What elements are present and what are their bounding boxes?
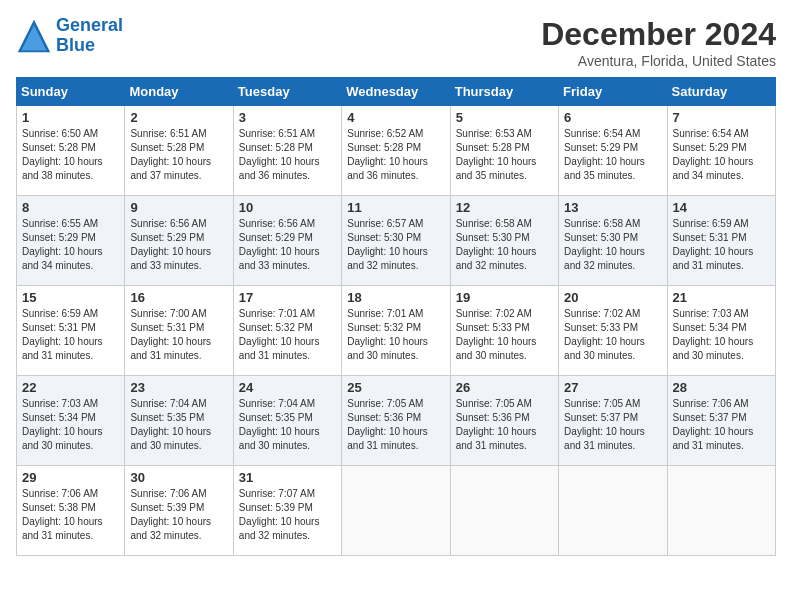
calendar-cell: 20Sunrise: 7:02 AM Sunset: 5:33 PM Dayli… bbox=[559, 286, 667, 376]
day-header-friday: Friday bbox=[559, 78, 667, 106]
day-number: 14 bbox=[673, 200, 770, 215]
calendar-cell: 4Sunrise: 6:52 AM Sunset: 5:28 PM Daylig… bbox=[342, 106, 450, 196]
calendar-subtitle: Aventura, Florida, United States bbox=[541, 53, 776, 69]
day-info: Sunrise: 6:58 AM Sunset: 5:30 PM Dayligh… bbox=[456, 217, 553, 273]
day-info: Sunrise: 7:03 AM Sunset: 5:34 PM Dayligh… bbox=[673, 307, 770, 363]
day-info: Sunrise: 6:50 AM Sunset: 5:28 PM Dayligh… bbox=[22, 127, 119, 183]
calendar-cell: 16Sunrise: 7:00 AM Sunset: 5:31 PM Dayli… bbox=[125, 286, 233, 376]
calendar-cell bbox=[342, 466, 450, 556]
day-info: Sunrise: 7:00 AM Sunset: 5:31 PM Dayligh… bbox=[130, 307, 227, 363]
day-number: 13 bbox=[564, 200, 661, 215]
title-area: December 2024 Aventura, Florida, United … bbox=[541, 16, 776, 69]
day-number: 21 bbox=[673, 290, 770, 305]
calendar-cell: 26Sunrise: 7:05 AM Sunset: 5:36 PM Dayli… bbox=[450, 376, 558, 466]
day-number: 27 bbox=[564, 380, 661, 395]
calendar-cell: 10Sunrise: 6:56 AM Sunset: 5:29 PM Dayli… bbox=[233, 196, 341, 286]
day-info: Sunrise: 7:02 AM Sunset: 5:33 PM Dayligh… bbox=[456, 307, 553, 363]
day-number: 7 bbox=[673, 110, 770, 125]
day-number: 23 bbox=[130, 380, 227, 395]
calendar-week-row: 1Sunrise: 6:50 AM Sunset: 5:28 PM Daylig… bbox=[17, 106, 776, 196]
day-info: Sunrise: 7:04 AM Sunset: 5:35 PM Dayligh… bbox=[239, 397, 336, 453]
day-info: Sunrise: 7:01 AM Sunset: 5:32 PM Dayligh… bbox=[239, 307, 336, 363]
day-info: Sunrise: 6:56 AM Sunset: 5:29 PM Dayligh… bbox=[239, 217, 336, 273]
day-number: 8 bbox=[22, 200, 119, 215]
day-header-tuesday: Tuesday bbox=[233, 78, 341, 106]
logo-line1: General bbox=[56, 15, 123, 35]
calendar-cell: 18Sunrise: 7:01 AM Sunset: 5:32 PM Dayli… bbox=[342, 286, 450, 376]
day-number: 11 bbox=[347, 200, 444, 215]
day-info: Sunrise: 6:55 AM Sunset: 5:29 PM Dayligh… bbox=[22, 217, 119, 273]
day-number: 2 bbox=[130, 110, 227, 125]
day-number: 15 bbox=[22, 290, 119, 305]
calendar-table: SundayMondayTuesdayWednesdayThursdayFrid… bbox=[16, 77, 776, 556]
calendar-title: December 2024 bbox=[541, 16, 776, 53]
day-info: Sunrise: 6:59 AM Sunset: 5:31 PM Dayligh… bbox=[673, 217, 770, 273]
header: General Blue December 2024 Aventura, Flo… bbox=[16, 16, 776, 69]
day-info: Sunrise: 6:58 AM Sunset: 5:30 PM Dayligh… bbox=[564, 217, 661, 273]
calendar-cell: 28Sunrise: 7:06 AM Sunset: 5:37 PM Dayli… bbox=[667, 376, 775, 466]
day-header-saturday: Saturday bbox=[667, 78, 775, 106]
day-info: Sunrise: 7:07 AM Sunset: 5:39 PM Dayligh… bbox=[239, 487, 336, 543]
day-header-wednesday: Wednesday bbox=[342, 78, 450, 106]
calendar-header-row: SundayMondayTuesdayWednesdayThursdayFrid… bbox=[17, 78, 776, 106]
day-header-thursday: Thursday bbox=[450, 78, 558, 106]
day-number: 29 bbox=[22, 470, 119, 485]
day-info: Sunrise: 7:03 AM Sunset: 5:34 PM Dayligh… bbox=[22, 397, 119, 453]
day-info: Sunrise: 6:56 AM Sunset: 5:29 PM Dayligh… bbox=[130, 217, 227, 273]
day-info: Sunrise: 7:06 AM Sunset: 5:37 PM Dayligh… bbox=[673, 397, 770, 453]
calendar-cell: 30Sunrise: 7:06 AM Sunset: 5:39 PM Dayli… bbox=[125, 466, 233, 556]
calendar-cell: 17Sunrise: 7:01 AM Sunset: 5:32 PM Dayli… bbox=[233, 286, 341, 376]
calendar-cell: 8Sunrise: 6:55 AM Sunset: 5:29 PM Daylig… bbox=[17, 196, 125, 286]
logo-text: General Blue bbox=[56, 16, 123, 56]
day-header-sunday: Sunday bbox=[17, 78, 125, 106]
logo-line2: Blue bbox=[56, 35, 95, 55]
calendar-week-row: 15Sunrise: 6:59 AM Sunset: 5:31 PM Dayli… bbox=[17, 286, 776, 376]
calendar-cell: 19Sunrise: 7:02 AM Sunset: 5:33 PM Dayli… bbox=[450, 286, 558, 376]
day-info: Sunrise: 7:02 AM Sunset: 5:33 PM Dayligh… bbox=[564, 307, 661, 363]
calendar-cell: 13Sunrise: 6:58 AM Sunset: 5:30 PM Dayli… bbox=[559, 196, 667, 286]
day-number: 4 bbox=[347, 110, 444, 125]
day-number: 31 bbox=[239, 470, 336, 485]
calendar-week-row: 8Sunrise: 6:55 AM Sunset: 5:29 PM Daylig… bbox=[17, 196, 776, 286]
calendar-cell bbox=[450, 466, 558, 556]
day-number: 3 bbox=[239, 110, 336, 125]
calendar-cell bbox=[559, 466, 667, 556]
calendar-cell: 1Sunrise: 6:50 AM Sunset: 5:28 PM Daylig… bbox=[17, 106, 125, 196]
calendar-cell: 22Sunrise: 7:03 AM Sunset: 5:34 PM Dayli… bbox=[17, 376, 125, 466]
day-number: 6 bbox=[564, 110, 661, 125]
day-number: 5 bbox=[456, 110, 553, 125]
calendar-cell bbox=[667, 466, 775, 556]
day-number: 22 bbox=[22, 380, 119, 395]
day-number: 9 bbox=[130, 200, 227, 215]
calendar-cell: 3Sunrise: 6:51 AM Sunset: 5:28 PM Daylig… bbox=[233, 106, 341, 196]
calendar-cell: 6Sunrise: 6:54 AM Sunset: 5:29 PM Daylig… bbox=[559, 106, 667, 196]
day-number: 1 bbox=[22, 110, 119, 125]
day-number: 25 bbox=[347, 380, 444, 395]
day-info: Sunrise: 7:05 AM Sunset: 5:36 PM Dayligh… bbox=[456, 397, 553, 453]
day-info: Sunrise: 6:52 AM Sunset: 5:28 PM Dayligh… bbox=[347, 127, 444, 183]
day-info: Sunrise: 6:59 AM Sunset: 5:31 PM Dayligh… bbox=[22, 307, 119, 363]
day-info: Sunrise: 7:05 AM Sunset: 5:37 PM Dayligh… bbox=[564, 397, 661, 453]
calendar-cell: 25Sunrise: 7:05 AM Sunset: 5:36 PM Dayli… bbox=[342, 376, 450, 466]
calendar-cell: 11Sunrise: 6:57 AM Sunset: 5:30 PM Dayli… bbox=[342, 196, 450, 286]
logo-icon bbox=[16, 18, 52, 54]
calendar-cell: 5Sunrise: 6:53 AM Sunset: 5:28 PM Daylig… bbox=[450, 106, 558, 196]
day-number: 20 bbox=[564, 290, 661, 305]
calendar-cell: 9Sunrise: 6:56 AM Sunset: 5:29 PM Daylig… bbox=[125, 196, 233, 286]
day-info: Sunrise: 6:51 AM Sunset: 5:28 PM Dayligh… bbox=[239, 127, 336, 183]
day-info: Sunrise: 7:05 AM Sunset: 5:36 PM Dayligh… bbox=[347, 397, 444, 453]
day-info: Sunrise: 7:01 AM Sunset: 5:32 PM Dayligh… bbox=[347, 307, 444, 363]
calendar-week-row: 22Sunrise: 7:03 AM Sunset: 5:34 PM Dayli… bbox=[17, 376, 776, 466]
day-info: Sunrise: 7:06 AM Sunset: 5:38 PM Dayligh… bbox=[22, 487, 119, 543]
day-number: 16 bbox=[130, 290, 227, 305]
calendar-cell: 21Sunrise: 7:03 AM Sunset: 5:34 PM Dayli… bbox=[667, 286, 775, 376]
calendar-cell: 12Sunrise: 6:58 AM Sunset: 5:30 PM Dayli… bbox=[450, 196, 558, 286]
calendar-cell: 15Sunrise: 6:59 AM Sunset: 5:31 PM Dayli… bbox=[17, 286, 125, 376]
day-number: 18 bbox=[347, 290, 444, 305]
day-info: Sunrise: 7:06 AM Sunset: 5:39 PM Dayligh… bbox=[130, 487, 227, 543]
day-info: Sunrise: 6:51 AM Sunset: 5:28 PM Dayligh… bbox=[130, 127, 227, 183]
day-number: 24 bbox=[239, 380, 336, 395]
calendar-cell: 2Sunrise: 6:51 AM Sunset: 5:28 PM Daylig… bbox=[125, 106, 233, 196]
day-header-monday: Monday bbox=[125, 78, 233, 106]
calendar-cell: 24Sunrise: 7:04 AM Sunset: 5:35 PM Dayli… bbox=[233, 376, 341, 466]
